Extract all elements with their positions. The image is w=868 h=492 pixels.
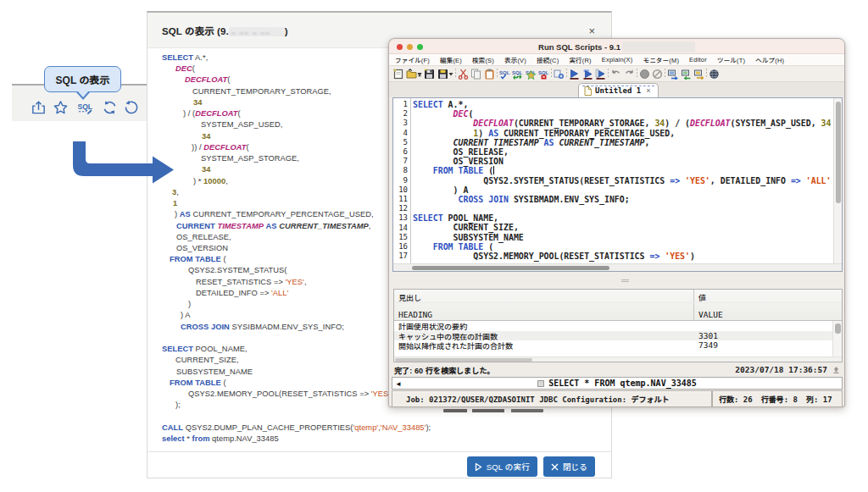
svg-text:SQL: SQL: [512, 69, 523, 75]
results-horizontal-scrollbar-thumb[interactable]: [395, 358, 532, 362]
close-button[interactable]: 閉じる: [543, 456, 595, 477]
code-line: CURRENT TIMESTAMP AS CURRENT_TIMESTAMP,: [413, 138, 834, 147]
history-icon[interactable]: [709, 69, 720, 80]
line-number: 11: [398, 195, 408, 204]
disconnect-icon[interactable]: [681, 69, 692, 80]
line-number: 10: [398, 185, 408, 195]
connect-icon[interactable]: [667, 69, 678, 80]
paste-icon[interactable]: [484, 69, 495, 80]
line-number: 13: [398, 213, 408, 223]
switch-connection-icon[interactable]: [693, 69, 704, 80]
code-line: CURRENT_SIZE,: [413, 223, 834, 232]
code-line: 1) AS CURRENT_TEMPORARY_PERCENTAGE_USED,: [413, 129, 834, 138]
run-selected-icon[interactable]: [582, 69, 593, 80]
run-icon: [475, 462, 482, 472]
tab-label: Untitled 1: [595, 86, 641, 95]
editor-vertical-scrollbar[interactable]: [833, 98, 842, 264]
results-vertical-scrollbar[interactable]: [832, 321, 842, 357]
redo-icon[interactable]: [624, 69, 635, 80]
sql-star-icon[interactable]: SQL: [526, 69, 537, 80]
line-number: 5: [403, 138, 408, 147]
menu-c[interactable]: 接続(C): [537, 55, 559, 64]
save-all-icon[interactable]: [437, 69, 453, 80]
window-titlebar[interactable]: Run SQL Scripts - 9.1: [389, 39, 844, 54]
line-number: 9: [403, 176, 408, 185]
result-row[interactable]: 開始以降作成された計画の合計数7349: [394, 340, 833, 351]
toolbar-group: [639, 69, 664, 80]
menu-editor[interactable]: Editor: [689, 56, 707, 64]
splitter-handle[interactable]: [621, 279, 629, 282]
stop-icon[interactable]: [639, 69, 650, 80]
copy-icon[interactable]: [470, 69, 481, 80]
toolbar-group: [610, 69, 635, 80]
svg-text:SQL: SQL: [499, 69, 510, 75]
open-icon[interactable]: [406, 69, 422, 80]
menu-explainx[interactable]: Explain(X): [602, 56, 633, 64]
sql-editor[interactable]: 1234567891011121314151617 SELECT A.*, DE…: [392, 97, 843, 272]
sql-check-icon[interactable]: SQL: [499, 69, 510, 80]
menu-h[interactable]: ヘルプ(H): [755, 55, 784, 64]
job-info: Job: 021372/QUSER/QZDASOINIT JDBC Config…: [392, 390, 712, 407]
line-number: 16: [398, 242, 408, 252]
toolbar-separator: [637, 69, 637, 79]
menu-r[interactable]: 実行(R): [569, 55, 591, 64]
dialog-title: SQL の表示 (9.– –– – ––): [162, 24, 288, 37]
editor-horizontal-scrollbar[interactable]: [393, 263, 842, 271]
results-horizontal-scrollbar[interactable]: [394, 357, 842, 362]
window-title: Run SQL Scripts - 9.1: [389, 39, 844, 54]
code-line: OS_VERSION: [413, 157, 834, 166]
save-icon[interactable]: [424, 69, 435, 80]
menu-m[interactable]: モニター(M): [643, 55, 679, 64]
menu-s[interactable]: 検索(S): [472, 55, 494, 64]
show-sql-tooltip: SQL の表示: [44, 66, 121, 92]
line-number: 17: [398, 252, 408, 261]
sql-refresh-icon[interactable]: SQL: [512, 69, 523, 80]
tab-untitled-1[interactable]: Untitled 1 ×: [578, 83, 659, 97]
scroll-lock-icon[interactable]: [832, 366, 840, 373]
menu-e[interactable]: 編集(E): [440, 55, 462, 64]
code-line: DECFLOAT(CURRENT_TEMPORARY_STORAGE, 34) …: [413, 119, 834, 128]
results-col2-name: VALUE: [698, 310, 723, 319]
new-file-icon[interactable]: [392, 69, 403, 80]
code-line: QSYS2.MEMORY_POOL(RESET_STATISTICS => 'Y…: [413, 252, 834, 261]
undo-icon[interactable]: [610, 69, 621, 80]
line-number: 1: [403, 100, 408, 109]
show-sql-icon[interactable]: SQL: [77, 98, 93, 117]
menu-v[interactable]: 表示(V): [504, 55, 526, 64]
refresh-icon[interactable]: [102, 98, 118, 117]
query-status-text: 完了: 60 行を検索しました。: [394, 365, 495, 376]
tab-close-icon[interactable]: ×: [646, 87, 650, 95]
menu-f[interactable]: ファイル(F): [395, 55, 430, 64]
query-timestamp: 2023/07/18 17:36:57: [735, 365, 827, 374]
favorite-star-icon[interactable]: [53, 98, 69, 117]
dialog-close-button[interactable]: ×: [588, 25, 595, 37]
run-all-icon[interactable]: [569, 69, 580, 80]
cancel-icon[interactable]: [652, 69, 663, 80]
share-icon[interactable]: [31, 98, 47, 117]
run-from-icon[interactable]: [595, 69, 606, 80]
run-sql-button[interactable]: SQL の実行: [467, 456, 537, 477]
menu-t[interactable]: ツール(T): [717, 55, 745, 64]
cut-icon[interactable]: [458, 69, 469, 80]
editor-vertical-scrollbar-thumb[interactable]: [836, 102, 842, 203]
sql-line: select * from qtemp.NAV_33485: [162, 434, 431, 445]
sql-remove-icon[interactable]: SQL: [538, 69, 549, 80]
toolbar-separator: [566, 69, 567, 79]
result-set-selector[interactable]: ◄ SELECT * FROM qtemp.NAV_33485: [392, 377, 843, 390]
editor-horizontal-scrollbar-thumb[interactable]: [412, 266, 609, 271]
result-row[interactable]: 計画使用状況の要約: [394, 321, 833, 331]
results-header[interactable]: 見出し 値 HEADING VALUE: [394, 290, 842, 321]
results-vertical-scrollbar-thumb[interactable]: [835, 323, 841, 334]
toolbar-group: [554, 69, 565, 80]
result-row[interactable]: キャッシュ中の現在の計画数3301: [394, 331, 833, 341]
sql-line: [162, 412, 431, 423]
format-sql-icon[interactable]: [554, 69, 565, 80]
page: { "tooltip": { "label": "SQL の表示" }, "mi…: [0, 0, 868, 492]
cursor-position-info: 行数: 26行番号: 8列: 17: [712, 390, 843, 407]
code-line: QSYS2.SYSTEM_STATUS(RESET_STATISTICS => …: [413, 176, 834, 185]
editor-code[interactable]: SELECT A.*, DEC( DECFLOAT(CURRENT_TEMPOR…: [413, 100, 834, 266]
code-line: OS_RELEASE,: [413, 147, 834, 157]
code-line: SELECT POOL_NAME,: [413, 213, 834, 223]
reset-icon[interactable]: [123, 98, 139, 117]
line-number: 4: [403, 129, 408, 138]
